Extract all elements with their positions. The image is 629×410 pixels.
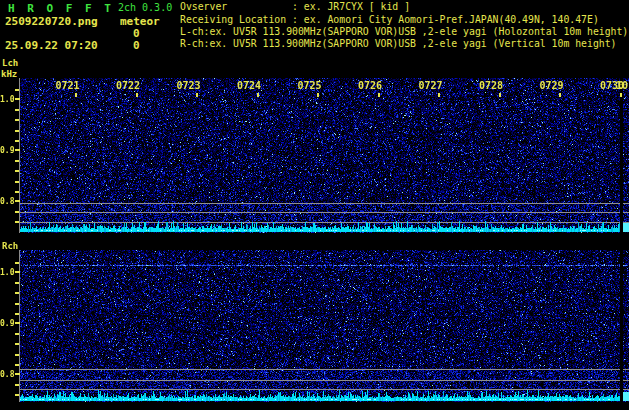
time-label: 0726 [358,81,382,91]
minute-tick [378,93,380,97]
observer-info-line: L-ch:ex. UV5R 113.900MHz(SAPPORO VOR)USB… [180,27,628,37]
minute-tick [499,93,501,97]
freq-major-tick [15,322,20,324]
freq-major-tick [15,373,20,375]
freq-label: 1.0 [0,268,14,277]
freq-minor-tick [15,303,19,305]
observer-info-block: Ovserver : ex. JR7CYX [ kid ]Receiving L… [0,0,629,57]
lch-spectrogram-canvas [20,78,629,233]
minute-tick [317,93,319,97]
freq-minor-tick [15,354,19,356]
hrofft-screenshot: H R O F F T 2ch 0.3.0 2509220720.png met… [0,0,629,410]
freq-minor-tick [15,211,19,213]
freq-label: 0.9 [0,146,14,155]
lch-panel-label: Lch [2,59,18,68]
time-label-edge: 10 [616,81,628,91]
time-label: 0725 [297,81,321,91]
freq-minor-tick [15,89,19,91]
time-label: 0722 [116,81,140,91]
freq-minor-tick [15,130,19,132]
freq-minor-tick [15,221,19,223]
freq-minor-tick [15,109,19,111]
lch-unit-label: kHz [1,70,17,79]
minute-tick [559,93,561,97]
freq-minor-tick [15,262,19,264]
time-label: 0723 [176,81,200,91]
freq-minor-tick [15,292,19,294]
time-label: 0729 [539,81,563,91]
freq-label: 0.8 [0,197,14,206]
minute-tick [75,93,77,97]
freq-major-tick [15,200,20,202]
freq-minor-tick [15,160,19,162]
minute-tick [620,93,622,97]
freq-label: 0.9 [0,319,14,328]
minute-tick [136,93,138,97]
freq-label: 0.8 [0,370,14,379]
freq-minor-tick [15,394,19,396]
time-label: 0728 [479,81,503,91]
freq-major-tick [15,98,20,100]
freq-minor-tick [15,140,19,142]
minute-tick [438,93,440,97]
freq-label: 1.0 [0,95,14,104]
freq-minor-tick [15,170,19,172]
freq-minor-tick [15,313,19,315]
time-label: 0727 [418,81,442,91]
time-label: 0721 [55,81,79,91]
minute-tick [257,93,259,97]
freq-major-tick [15,149,20,151]
time-label: 0724 [237,81,261,91]
freq-minor-tick [15,343,19,345]
freq-minor-tick [15,333,19,335]
observer-info-line: Receiving Location : ex. Aomori City Aom… [180,15,599,25]
rch-spectrogram-canvas [20,250,629,402]
freq-major-tick [15,271,20,273]
observer-info-line: Ovserver : ex. JR7CYX [ kid ] [180,2,410,12]
rch-panel-label: Rch [2,242,18,251]
freq-minor-tick [15,282,19,284]
freq-minor-tick [15,191,19,193]
freq-minor-tick [15,119,19,121]
freq-minor-tick [15,384,19,386]
lch-axis-line [19,78,20,233]
freq-minor-tick [15,181,19,183]
observer-info-line: R-ch:ex. UV5R 113.900MHz(SAPPORO VOR)USB… [180,39,616,49]
minute-tick [196,93,198,97]
freq-minor-tick [15,364,19,366]
